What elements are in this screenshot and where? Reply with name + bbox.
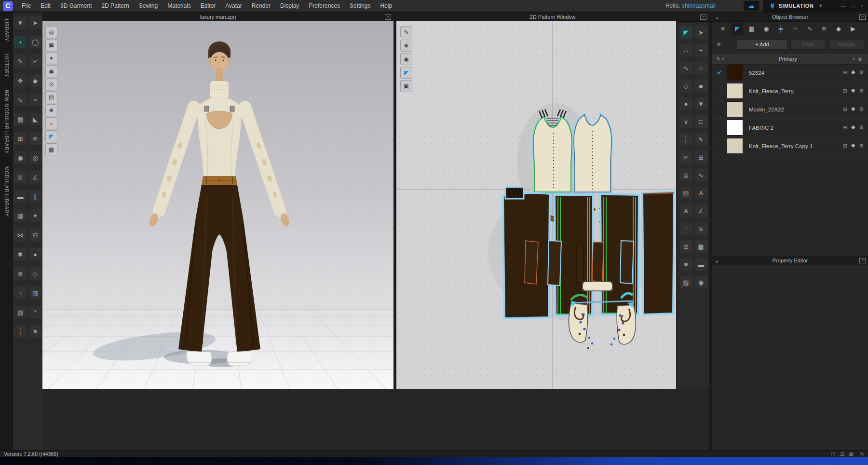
fabric-row[interactable]: Knit_Fleece_Terry⊞❖⚙	[712, 82, 868, 100]
free-sew-icon[interactable]: ≈	[29, 94, 41, 106]
menu-settings[interactable]: Settings	[345, 0, 375, 12]
menu-avatar[interactable]: Avatar	[220, 0, 246, 12]
fabric-tab-icon[interactable]: ◤	[732, 23, 743, 35]
texture-tab-icon[interactable]: ▦	[746, 23, 758, 35]
button-tab-icon[interactable]: ◉	[760, 23, 772, 35]
pattern-text-icon[interactable]: A	[680, 205, 692, 217]
tack-icon[interactable]: ◇	[29, 267, 41, 280]
menu-editor[interactable]: Editor	[196, 0, 220, 12]
clo-logo-icon[interactable]: C	[3, 1, 13, 11]
fabric-swatch[interactable]	[727, 65, 743, 81]
menu-file[interactable]: File	[17, 0, 36, 12]
fabric-swatch[interactable]	[727, 138, 743, 154]
fabric-swatch[interactable]	[727, 83, 743, 99]
fold-tab-icon[interactable]: ◆	[833, 23, 844, 35]
viewport-3d-canvas[interactable]: ◎▣✦◉⊙▤❖●◤▩	[42, 21, 393, 389]
fabric-settings-icon[interactable]: ⚙	[859, 124, 864, 131]
camera-icon[interactable]: ◉	[45, 65, 57, 77]
colorway-options-icons[interactable]: ✦▣	[852, 56, 864, 62]
fabric-row[interactable]: Muslin_22X22⊞❖⚙	[712, 100, 868, 119]
chevron-down-icon[interactable]: ▼	[818, 3, 823, 8]
fabric-swatch[interactable]	[727, 120, 743, 136]
add-colorway-icon[interactable]: ⊞	[843, 143, 847, 149]
object-browser-titlebar[interactable]: ✦ Object Browser ↗	[712, 13, 868, 22]
show-garment-icon[interactable]: ❖	[45, 104, 57, 116]
puckering-icon[interactable]: ⋈	[14, 229, 27, 241]
render-style-icon[interactable]: ▣	[45, 39, 57, 51]
more-tabs-icon[interactable]: ▶	[847, 23, 859, 35]
fabric-sheet-icon[interactable]: ❖	[851, 69, 855, 76]
puckering-2d-icon[interactable]: ≋	[695, 222, 707, 235]
add-fabric-button[interactable]: + Add	[737, 40, 787, 50]
fabric-settings-icon[interactable]: ⚙	[859, 106, 864, 112]
tape-icon[interactable]: ▬	[14, 190, 27, 203]
avatar-silhouette-icon[interactable]: ◉	[400, 53, 412, 65]
pattern-vest-back[interactable]	[574, 115, 611, 192]
assign-fabric-button[interactable]: Assign	[829, 40, 864, 50]
fabric-sheet-icon[interactable]: ❖	[851, 88, 855, 94]
viewport-3d-titlebar[interactable]: laxury man.zprj ↗	[42, 13, 393, 22]
trace-icon[interactable]: ✎	[695, 133, 707, 146]
close-button[interactable]: ×	[860, 3, 863, 9]
sidebar-tab-modular-library[interactable]: MODULAR LIBRARY	[4, 166, 9, 217]
fabric-settings-icon[interactable]: ⚙	[859, 69, 864, 76]
stylus-icon[interactable]: ✎	[400, 26, 412, 38]
expand-icon[interactable]: ⊞	[695, 151, 707, 164]
fabric-row[interactable]: FABRIC 2⊞❖⚙	[712, 119, 868, 137]
fabric-row[interactable]: ✔52324⊞❖⚙	[712, 64, 868, 82]
edit-curve-icon[interactable]: ∿	[680, 62, 692, 74]
view-preset-icon[interactable]: ◎	[45, 26, 57, 38]
add-colorway-icon[interactable]: ⊞	[843, 69, 847, 76]
show-avatar-icon[interactable]: ●	[45, 117, 57, 129]
colorway-header[interactable]: ✎ ▾ Primary ✦▣	[712, 53, 868, 65]
fabric-swatch[interactable]	[727, 101, 743, 117]
topstitch-tab-icon[interactable]: ╪	[775, 23, 787, 35]
arrange-point-icon[interactable]: ⊕	[14, 267, 27, 280]
print-layout-icon[interactable]: ▦	[695, 240, 707, 253]
measure-icon[interactable]: ∠	[29, 171, 41, 183]
pleats-icon[interactable]: ≣	[680, 169, 692, 181]
button-icon[interactable]: ◉	[14, 151, 27, 164]
pin-icon[interactable]: ◆	[29, 74, 41, 87]
maximize-button[interactable]: □	[852, 3, 854, 9]
edit-colorway-icon[interactable]: ✎	[716, 56, 720, 62]
menu-materials[interactable]: Materials	[163, 0, 196, 12]
simulate-icon[interactable]: ▼	[14, 16, 27, 29]
circle-icon[interactable]: ●	[680, 97, 692, 110]
popout-icon[interactable]: ↗	[385, 14, 391, 20]
hanger-icon[interactable]: ⌂	[14, 287, 27, 299]
shoes-icon[interactable]: ▧	[14, 306, 27, 318]
property-editor-titlebar[interactable]: ✦ Property Editor ↗	[712, 256, 868, 265]
fabric-check-icon[interactable]: ✔	[712, 69, 727, 76]
garment-visibility-icon[interactable]: ❖	[400, 40, 412, 52]
fold-arrange-icon[interactable]: ◣	[29, 113, 41, 125]
light-icon[interactable]: ✦	[45, 52, 57, 64]
fabric-view-icon[interactable]: ◤	[400, 67, 412, 79]
graphic-icon[interactable]: ✦	[29, 209, 41, 222]
topstitch-icon[interactable]: ┆	[14, 325, 27, 338]
popout-icon[interactable]: ↗	[859, 258, 866, 263]
fabric-sheet-icon[interactable]: ❖	[851, 124, 855, 131]
binding-2d-icon[interactable]: ⊟	[680, 240, 692, 253]
lock-pattern-icon[interactable]: ▣	[400, 80, 412, 92]
show-fabric-icon[interactable]: ◤	[45, 130, 57, 142]
add-point-icon[interactable]: +	[695, 44, 707, 56]
uv-info-icon[interactable]: ◉	[695, 276, 707, 288]
pattern-2d-titlebar[interactable]: 2D Pattern Window ↗	[396, 13, 709, 22]
accessory-icon[interactable]: *	[29, 306, 41, 318]
sidebar-tab-new-modular-library[interactable]: NEW MODULAR LIBRARY	[4, 90, 9, 154]
gloves-icon[interactable]: ▥	[29, 287, 41, 299]
edit-pattern-icon[interactable]: ➤	[695, 26, 707, 39]
layout-split-icon[interactable]: ⊟	[840, 451, 844, 458]
zigzag-icon[interactable]: ∿	[695, 169, 707, 181]
menu-help[interactable]: Help	[375, 0, 397, 12]
binding-icon[interactable]: ⊟	[29, 229, 41, 241]
refresh-icon[interactable]: ↻	[860, 451, 864, 458]
seam-allowance-icon[interactable]: ⊏	[695, 115, 707, 128]
simulation-mode-switch[interactable]: ≫ SIMULATION ▼ — □ ×	[763, 0, 868, 12]
stitch-tab-icon[interactable]: ┄	[789, 23, 801, 35]
fabric-settings-icon[interactable]: ⚙	[859, 88, 864, 94]
add-colorway-icon[interactable]: ⊞	[843, 88, 847, 94]
curve-point-icon[interactable]: ○	[695, 62, 707, 74]
fabric-settings-icon[interactable]: ⚙	[859, 143, 864, 149]
